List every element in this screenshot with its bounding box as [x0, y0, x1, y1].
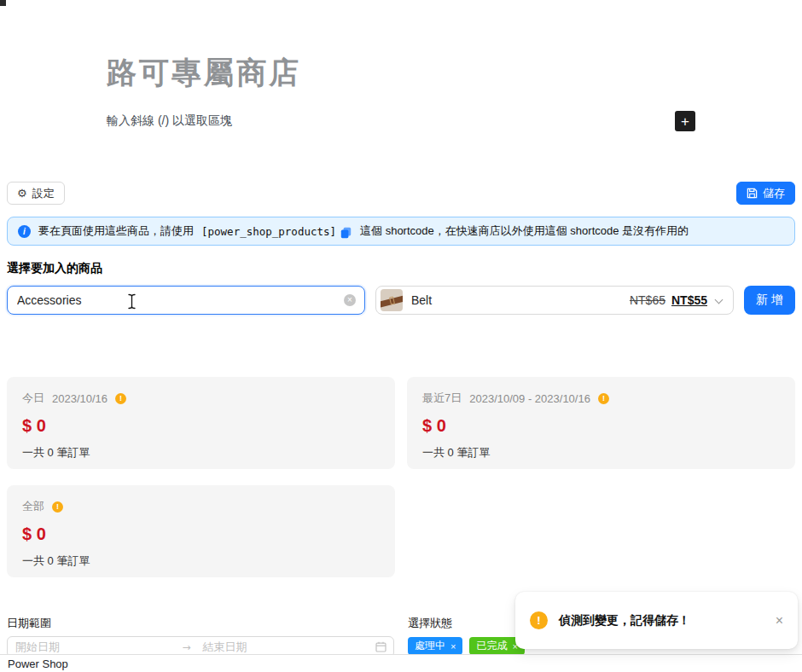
- save-icon: [747, 188, 758, 199]
- save-button-label: 儲存: [763, 186, 785, 201]
- warning-icon: !: [115, 393, 126, 404]
- stat-orders: 一共 0 筆訂單: [22, 553, 380, 569]
- settings-button-label: 設定: [32, 186, 55, 201]
- gear-icon: ⚙: [17, 187, 27, 200]
- stat-card-last7days: 最近7日 2023/10/09 - 2023/10/16 ! $ 0 一共 0 …: [407, 377, 795, 469]
- stat-title: 今日: [22, 391, 44, 406]
- product-prices: NT$65 NT$55: [630, 293, 707, 307]
- tag-label: 處理中: [415, 639, 445, 653]
- copy-icon[interactable]: [340, 227, 352, 239]
- add-product-button[interactable]: 新 增: [744, 286, 795, 315]
- banner-text-after: 這個 shortcode，在快速商店以外使用這個 shortcode 是沒有作用…: [360, 223, 689, 239]
- warning-icon: !: [52, 501, 63, 513]
- price-sale: NT$55: [671, 293, 707, 307]
- add-block-button[interactable]: +: [675, 111, 695, 131]
- info-icon: i: [18, 225, 31, 238]
- power-shop-metabox: ⚙ 設定 儲存 i 要在頁面使用這些商品，請使用 [power_shop_pro…: [0, 182, 802, 658]
- stat-amount: $ 0: [22, 524, 380, 544]
- end-date-input[interactable]: 結束日期: [203, 640, 369, 655]
- stat-title: 最近7日: [422, 391, 462, 406]
- tag-label: 已完成: [476, 639, 507, 653]
- calendar-icon: [375, 641, 386, 652]
- metabox-toolbar: ⚙ 設定 儲存: [7, 182, 795, 205]
- corner-artifact: [0, 0, 6, 6]
- save-button[interactable]: 儲存: [736, 182, 795, 205]
- page-title[interactable]: 路可專屬商店: [107, 53, 695, 93]
- product-select-dropdown[interactable]: Belt NT$65 NT$55: [375, 286, 734, 315]
- metabox-footer-title[interactable]: Power Shop: [8, 658, 68, 670]
- block-placeholder[interactable]: 輸入斜線 (/) 以選取區塊: [107, 113, 232, 129]
- price-original: NT$65: [630, 293, 665, 307]
- toast-close-icon[interactable]: ×: [776, 613, 783, 629]
- product-name: Belt: [411, 293, 432, 307]
- editor-canvas: 路可專屬商店 輸入斜線 (/) 以選取區塊 +: [0, 0, 802, 131]
- product-picker-label: 選擇要加入的商品: [7, 261, 795, 276]
- metabox-footer: Power Shop: [0, 654, 802, 672]
- status-tags: 處理中 × 已完成 ×: [408, 637, 525, 655]
- stat-amount: $ 0: [422, 416, 780, 436]
- shortcode-text: [power_shop_products]: [201, 225, 336, 238]
- sales-stats-grid: 今日 2023/10/16 ! $ 0 一共 0 筆訂單 最近7日 2023/1…: [7, 377, 795, 577]
- chevron-down-icon: [715, 296, 724, 304]
- start-date-input[interactable]: 開始日期: [15, 640, 182, 655]
- shortcode-info-banner: i 要在頁面使用這些商品，請使用 [power_shop_products] 這…: [7, 217, 795, 246]
- product-search-input[interactable]: [17, 293, 337, 307]
- unsaved-changes-toast: ! 偵測到變更，記得儲存！ ×: [515, 592, 798, 649]
- status-label: 選擇狀態: [408, 616, 525, 631]
- stat-date: 2023/10/16: [52, 392, 108, 405]
- product-search-field[interactable]: ×: [7, 286, 365, 315]
- date-range-label: 日期範圍: [7, 616, 394, 631]
- stat-orders: 一共 0 筆訂單: [22, 445, 380, 461]
- tag-processing: 處理中 ×: [408, 637, 462, 655]
- stat-amount: $ 0: [22, 416, 380, 436]
- date-range-column: 日期範圍 開始日期 → 結束日期: [7, 616, 394, 658]
- product-picker-row: × Belt NT$65 NT$55 新 增: [7, 286, 795, 315]
- status-column: 選擇狀態 處理中 × 已完成 ×: [408, 616, 525, 658]
- tag-close-icon[interactable]: ×: [450, 641, 456, 652]
- toast-message: 偵測到變更，記得儲存！: [559, 613, 690, 629]
- settings-button[interactable]: ⚙ 設定: [7, 182, 65, 205]
- banner-text-before: 要在頁面使用這些商品，請使用: [38, 223, 194, 239]
- stat-card-today: 今日 2023/10/16 ! $ 0 一共 0 筆訂單: [7, 377, 395, 469]
- arrow-right-icon: →: [182, 641, 190, 653]
- clear-search-icon[interactable]: ×: [344, 294, 356, 306]
- product-thumbnail: [381, 289, 403, 311]
- warning-icon: !: [598, 393, 609, 404]
- stat-date: 2023/10/09 - 2023/10/16: [469, 392, 590, 405]
- stat-card-total: 全部 ! $ 0 一共 0 筆訂單: [7, 485, 395, 577]
- empty-block-row: 輸入斜線 (/) 以選取區塊 +: [107, 111, 695, 131]
- stat-title: 全部: [22, 499, 44, 514]
- stat-orders: 一共 0 筆訂單: [422, 445, 780, 461]
- warning-icon: !: [530, 611, 548, 629]
- plus-icon: +: [681, 114, 689, 129]
